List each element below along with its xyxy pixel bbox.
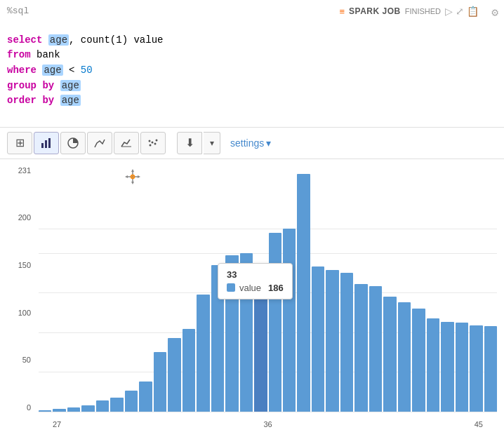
bar-age-29[interactable] xyxy=(197,295,209,412)
x-label-27: 27 xyxy=(53,420,61,428)
book-button[interactable]: 📋 xyxy=(467,6,479,17)
age-highlight-1: age xyxy=(48,34,69,46)
download-button[interactable]: ⬇ xyxy=(177,132,202,154)
pie-chart-icon xyxy=(67,137,79,149)
svg-rect-0 xyxy=(41,143,44,148)
scatter-chart-button[interactable] xyxy=(140,132,166,154)
spark-controls: ▷ ⤢ 📋 xyxy=(445,6,479,17)
settings-label: settings xyxy=(230,137,264,149)
svg-point-17 xyxy=(132,176,133,177)
tooltip-val: 186 xyxy=(268,283,284,293)
spark-label: SPARK JOB xyxy=(349,6,401,16)
groupby-keyword: group by xyxy=(7,80,54,91)
svg-point-8 xyxy=(156,139,158,141)
line-chart-icon xyxy=(121,137,132,149)
tooltip-age: 33 xyxy=(227,269,284,280)
y-label-150: 150 xyxy=(18,261,31,269)
bar-age-36[interactable] xyxy=(297,174,310,412)
x-label-45: 45 xyxy=(475,420,483,428)
svg-point-5 xyxy=(150,144,152,146)
tooltip-key: value xyxy=(239,283,261,293)
bar-age-25[interactable] xyxy=(139,382,152,412)
bar-age-22[interactable] xyxy=(96,400,109,412)
bar-age-24[interactable] xyxy=(125,391,138,411)
svg-marker-12 xyxy=(131,169,134,172)
bar-age-48[interactable] xyxy=(470,325,482,412)
settings-link[interactable]: settings ▾ xyxy=(230,137,271,149)
bar-age-45[interactable] xyxy=(427,318,439,412)
table-name: bank xyxy=(37,49,60,60)
orderby-keyword: order by xyxy=(7,95,54,106)
x-axis: 27 36 45 xyxy=(39,420,497,428)
tooltip-color-swatch xyxy=(227,283,235,292)
bar-age-44[interactable] xyxy=(412,309,425,412)
table-view-button[interactable]: ⊞ xyxy=(7,132,32,154)
bar-age-18[interactable] xyxy=(39,410,51,412)
spark-job-badge: ≡ SPARK JOB FINISHED ▷ ⤢ 📋 xyxy=(339,6,479,17)
y-axis: 231 200 150 100 50 0 xyxy=(0,166,35,412)
x-label-36: 36 xyxy=(263,420,272,428)
chart-tooltip: 33 value 186 xyxy=(218,263,293,299)
bar-age-38[interactable] xyxy=(326,270,338,412)
svg-marker-13 xyxy=(131,182,134,184)
pie-chart-button[interactable] xyxy=(60,132,86,154)
bar-age-23[interactable] xyxy=(110,398,123,412)
bar-age-42[interactable] xyxy=(383,297,396,412)
spark-icon: ≡ xyxy=(339,6,345,17)
bar-age-26[interactable] xyxy=(154,352,166,412)
y-label-50: 50 xyxy=(22,356,31,364)
bar-age-49[interactable] xyxy=(484,326,497,412)
spark-status: FINISHED xyxy=(405,7,441,15)
area-chart-icon xyxy=(94,137,105,149)
bar-age-27[interactable] xyxy=(168,338,180,412)
grid-line-0 xyxy=(39,412,497,412)
age-value: 50 xyxy=(81,65,93,76)
bar-age-37[interactable] xyxy=(312,266,324,412)
download-dropdown-button[interactable]: ▾ xyxy=(204,132,220,154)
age-highlight-3: age xyxy=(60,80,81,91)
bar-chart-icon xyxy=(41,137,52,149)
bar-age-41[interactable] xyxy=(369,286,382,411)
y-label-0: 0 xyxy=(27,403,31,412)
bar-age-43[interactable] xyxy=(398,302,411,412)
svg-point-6 xyxy=(152,141,154,143)
bar-age-19[interactable] xyxy=(53,409,65,411)
y-label-200: 200 xyxy=(18,213,31,222)
bar-age-39[interactable] xyxy=(340,273,353,412)
age-highlight-4: age xyxy=(60,95,81,106)
tooltip-row: value 186 xyxy=(227,283,284,293)
svg-marker-14 xyxy=(125,175,128,178)
svg-rect-1 xyxy=(45,140,47,148)
bar-age-40[interactable] xyxy=(354,284,367,412)
bar-age-20[interactable] xyxy=(67,407,80,412)
sql-editor: %sql select age, count(1) value from ban… xyxy=(0,0,504,128)
svg-marker-15 xyxy=(138,175,140,178)
chart-toolbar: ⊞ ⬇ ▾ settin xyxy=(0,128,504,159)
age-highlight-2: age xyxy=(42,65,62,76)
svg-point-7 xyxy=(154,142,157,144)
chart-area: 231 200 150 100 50 0 33 value 186 27 36 … xyxy=(0,159,504,432)
y-label-231: 231 xyxy=(18,166,31,175)
bar-age-46[interactable] xyxy=(441,322,453,412)
settings-arrow: ▾ xyxy=(266,137,271,149)
svg-point-9 xyxy=(149,140,151,142)
line-chart-button[interactable] xyxy=(114,132,139,154)
area-chart-button[interactable] xyxy=(87,132,112,154)
settings-gear-icon[interactable]: ⚙ xyxy=(491,6,498,20)
bar-chart-button[interactable] xyxy=(34,132,59,154)
scatter-chart-icon xyxy=(147,137,159,149)
bar-age-34[interactable] xyxy=(269,233,281,412)
play-button[interactable]: ▷ xyxy=(445,6,453,17)
sql-code: select age, count(1) value from bank whe… xyxy=(7,18,497,124)
where-keyword: where xyxy=(7,65,37,76)
move-cursor-icon xyxy=(125,169,140,184)
from-keyword: from xyxy=(7,49,31,60)
bar-age-21[interactable] xyxy=(81,405,94,412)
bar-age-47[interactable] xyxy=(456,323,468,411)
bar-age-28[interactable] xyxy=(183,329,195,411)
bar-age-35[interactable] xyxy=(283,229,296,412)
select-keyword: select xyxy=(7,34,42,46)
expand-button[interactable]: ⤢ xyxy=(456,6,464,17)
count-fn: count(1) value xyxy=(81,34,164,46)
svg-rect-2 xyxy=(48,138,51,148)
